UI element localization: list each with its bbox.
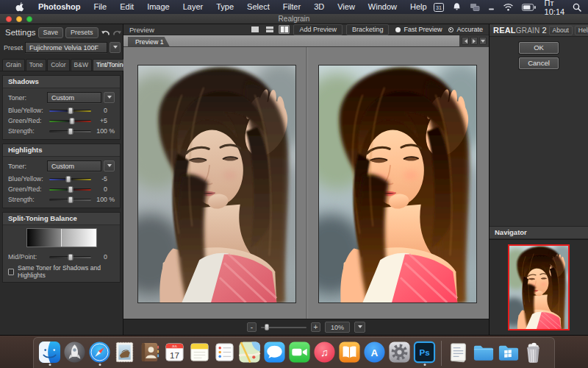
notifications-bell-icon[interactable]	[452, 2, 462, 12]
finder-running-dot	[49, 364, 51, 366]
ok-button[interactable]: OK	[519, 42, 559, 54]
menu-window[interactable]: Window	[362, 0, 404, 14]
menu-3d[interactable]: 3D	[307, 0, 331, 14]
menu-photoshop[interactable]: Photoshop	[32, 0, 87, 14]
calendar-dock-icon[interactable]: JUL17	[163, 341, 186, 365]
highlights-strength-thumb[interactable]	[68, 197, 73, 203]
highlights-blue-yellow-thumb[interactable]	[65, 176, 71, 183]
tab-scroll-right-icon[interactable]	[470, 37, 478, 45]
highlights-section: Highlights Toner: Custom Blue/Yellow: -5…	[2, 144, 121, 208]
highlights-toner-caret[interactable]	[104, 160, 115, 171]
menu-type[interactable]: Type	[209, 0, 240, 14]
menu-file[interactable]: File	[87, 0, 113, 14]
horizontal-split-view-icon[interactable]	[264, 25, 275, 34]
highlights-blue-yellow-slider[interactable]	[49, 175, 91, 183]
shadows-strength-thumb[interactable]	[68, 128, 73, 135]
maps-dock-icon[interactable]	[238, 341, 261, 365]
folder-dock-icon[interactable]	[472, 341, 495, 365]
cancel-button[interactable]: Cancel	[519, 57, 559, 69]
preview-canvas[interactable]	[123, 47, 489, 319]
windows-folder-dock-icon[interactable]	[497, 341, 520, 365]
contacts-dock-icon[interactable]	[138, 341, 161, 365]
preview-image-filtered[interactable]	[318, 65, 477, 303]
accurate-radio[interactable]: Accurate	[448, 26, 483, 33]
itunes-dock-icon[interactable]: ♫	[313, 341, 336, 365]
preset-select[interactable]: Fujichrome Velvia 100F	[25, 42, 107, 53]
highlights-toner-select[interactable]: Custom	[47, 160, 101, 171]
zoom-level-value[interactable]: 10%	[325, 322, 350, 333]
shadows-blue-yellow-slider[interactable]	[49, 107, 91, 115]
menu-select[interactable]: Select	[240, 0, 276, 14]
fast-preview-radio[interactable]: Fast Preview	[395, 26, 442, 33]
same-toner-checkbox[interactable]	[8, 269, 14, 275]
menubar-clock[interactable]: Пт 10:14	[545, 0, 565, 16]
about-button[interactable]: About	[549, 26, 573, 35]
mail-dock-icon[interactable]	[113, 341, 136, 365]
tab-color[interactable]: Color	[47, 59, 69, 71]
documents-stack-dock-icon[interactable]	[447, 341, 470, 365]
menu-extra-icon[interactable]	[488, 4, 495, 11]
help-button[interactable]: Help	[575, 26, 588, 35]
displays-menu-icon[interactable]	[470, 3, 480, 12]
photoshop-dock-icon[interactable]: Ps	[413, 341, 436, 365]
preset-dropdown-caret[interactable]	[110, 42, 121, 53]
tab-scroll-left-icon[interactable]	[462, 37, 469, 45]
wifi-icon[interactable]	[503, 3, 514, 11]
menu-edit[interactable]: Edit	[113, 0, 140, 14]
apple-menu-icon[interactable]	[7, 1, 32, 13]
finder-dock-icon[interactable]	[38, 341, 61, 365]
window-titlebar[interactable]: Realgrain	[0, 14, 588, 24]
zoom-slider[interactable]	[261, 327, 306, 328]
battery-icon[interactable]	[522, 4, 537, 11]
tab-bw[interactable]: B&W	[71, 59, 92, 71]
preview-image-original[interactable]	[137, 65, 296, 303]
pane-divider[interactable]	[306, 47, 308, 319]
shadows-green-red-thumb[interactable]	[70, 118, 75, 124]
shadows-toner-caret[interactable]	[104, 92, 115, 103]
ibooks-dock-icon[interactable]	[338, 341, 361, 365]
notes-dock-icon[interactable]	[188, 341, 211, 365]
menu-view[interactable]: View	[331, 0, 362, 14]
zoom-out-button[interactable]: -	[247, 322, 257, 332]
shadows-strength-slider[interactable]	[49, 127, 91, 135]
menu-filter[interactable]: Filter	[276, 0, 307, 14]
tab-list-caret-icon[interactable]	[479, 37, 487, 45]
highlights-strength-slider[interactable]	[49, 196, 91, 204]
app-store-dock-icon[interactable]: A	[363, 341, 386, 365]
tab-grain[interactable]: Grain	[2, 59, 25, 71]
bracketing-button[interactable]: Bracketing	[346, 24, 390, 35]
highlights-green-red-thumb[interactable]	[68, 186, 73, 193]
undo-icon[interactable]	[101, 27, 110, 38]
zoom-in-button[interactable]: +	[311, 322, 320, 332]
single-view-icon[interactable]	[249, 25, 260, 34]
shadows-blue-yellow-thumb[interactable]	[68, 107, 73, 114]
zoom-level-caret[interactable]	[354, 322, 365, 333]
highlights-green-red-slider[interactable]	[49, 185, 91, 194]
mid-point-slider[interactable]	[49, 253, 91, 261]
reminders-dock-icon[interactable]	[213, 341, 236, 365]
menu-layer[interactable]: Layer	[176, 0, 210, 14]
spotlight-icon[interactable]	[573, 3, 581, 12]
launchpad-dock-icon[interactable]	[63, 341, 86, 365]
shadows-green-red-slider[interactable]	[49, 117, 91, 125]
trash-dock-icon[interactable]	[522, 341, 545, 365]
menu-image[interactable]: Image	[140, 0, 176, 14]
save-button[interactable]: Save	[38, 27, 64, 38]
presets-button[interactable]: Presets	[65, 27, 98, 38]
vertical-split-view-icon[interactable]	[279, 25, 290, 34]
facetime-dock-icon[interactable]	[288, 341, 311, 365]
settings-title: Settings	[3, 28, 36, 37]
system-preferences-dock-icon[interactable]	[388, 341, 411, 365]
messages-dock-icon[interactable]	[263, 341, 286, 365]
add-preview-button[interactable]: Add Preview	[293, 24, 343, 35]
redo-icon[interactable]	[112, 27, 122, 38]
shadows-toner-select[interactable]: Custom	[47, 92, 101, 103]
calendar-menu-icon[interactable]: 31	[434, 3, 444, 12]
tab-tone[interactable]: Tone	[26, 59, 46, 71]
preview-tab-1[interactable]: Preview 1	[128, 37, 170, 46]
menu-help[interactable]: Help	[404, 0, 434, 14]
safari-dock-icon[interactable]	[88, 341, 111, 365]
zoom-slider-thumb[interactable]	[265, 324, 269, 330]
mid-point-thumb[interactable]	[68, 254, 73, 261]
navigator-thumbnail[interactable]	[508, 244, 570, 330]
